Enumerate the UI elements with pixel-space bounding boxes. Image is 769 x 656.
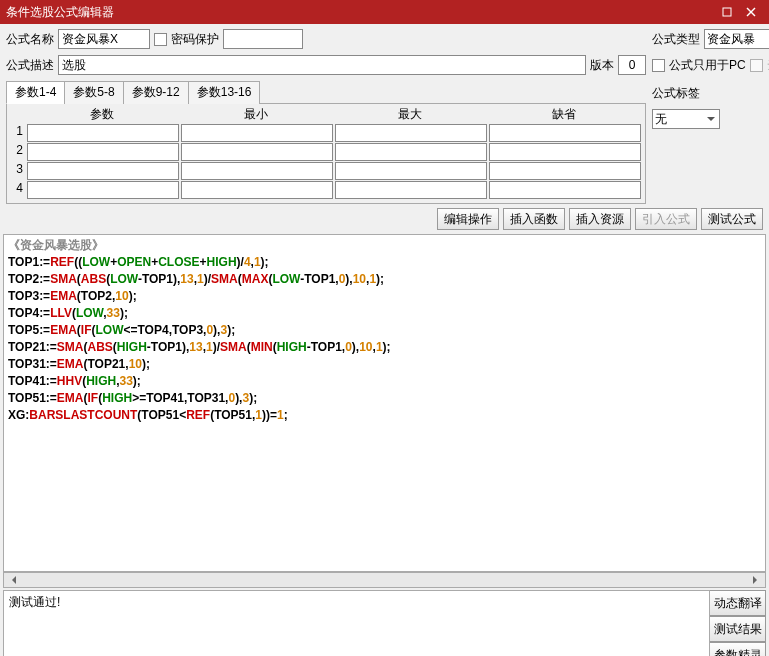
pc-only-label: 公式只用于PC [669,57,746,74]
param-cell[interactable] [181,181,333,199]
status-box: 测试通过! [3,590,710,656]
import-button[interactable]: 引入公式 [635,208,697,230]
param-cell[interactable] [335,124,487,142]
toolbar: 编辑操作 插入函数 插入资源 引入公式 测试公式 [0,206,769,234]
param-col-default: 缺省 [487,106,641,123]
param-col-min: 最小 [179,106,333,123]
pwd-checkbox[interactable] [154,33,167,46]
pwd-input[interactable] [223,29,303,49]
param-cell[interactable] [489,143,641,161]
tab-params-13-16[interactable]: 参数13-16 [188,81,261,104]
type-select[interactable]: 资金风暴 [704,29,769,49]
window-title: 条件选股公式编辑器 [6,4,715,21]
minimize-button[interactable] [715,3,739,21]
type-label: 公式类型 [652,31,700,48]
param-col-max: 最大 [333,106,487,123]
pwd-label: 密码保护 [171,31,219,48]
name-input[interactable] [58,29,150,49]
pc-only-checkbox[interactable] [652,59,665,72]
desc-input[interactable] [58,55,586,75]
version-input[interactable] [618,55,646,75]
side-btn-result[interactable]: 测试结果 [710,616,766,642]
horizontal-scrollbar[interactable] [3,572,766,588]
param-cell[interactable] [27,181,179,199]
name-label: 公式名称 [6,31,54,48]
edit-op-button[interactable]: 编辑操作 [437,208,499,230]
tag-select[interactable]: 无 [652,109,720,129]
form-area: 公式名称 密码保护 公式描述 版本 参数1-4 参数5-8 参数9-12 参数1… [0,24,769,206]
param-cell[interactable] [181,124,333,142]
param-tabs: 参数1-4 参数5-8 参数9-12 参数13-16 [6,80,646,104]
code-editor[interactable]: 《资金风暴选股》 TOP1:=REF((LOW+OPEN+CLOSE+HIGH)… [3,234,766,572]
param-cell[interactable] [27,124,179,142]
desc-label: 公式描述 [6,57,54,74]
close-button[interactable] [739,3,763,21]
param-col-param: 参数 [25,106,179,123]
param-table: 参数 最小 最大 缺省 1 2 3 4 [6,104,646,204]
side-btn-translate[interactable]: 动态翻译 [710,590,766,616]
svg-rect-0 [723,8,731,16]
cloud-checkbox[interactable] [750,59,763,72]
param-cell[interactable] [181,162,333,180]
tab-params-9-12[interactable]: 参数9-12 [123,81,189,104]
param-cell[interactable] [27,162,179,180]
test-button[interactable]: 测试公式 [701,208,763,230]
param-cell[interactable] [335,181,487,199]
param-cell[interactable] [27,143,179,161]
titlebar: 条件选股公式编辑器 [0,0,769,24]
param-cell[interactable] [489,124,641,142]
status-text: 测试通过! [9,595,60,609]
param-cell[interactable] [335,162,487,180]
param-cell[interactable] [335,143,487,161]
param-cell[interactable] [489,181,641,199]
tab-params-5-8[interactable]: 参数5-8 [64,81,123,104]
version-label: 版本 [590,57,614,74]
param-cell[interactable] [489,162,641,180]
insert-res-button[interactable]: 插入资源 [569,208,631,230]
side-btn-wizard[interactable]: 参数精灵 [710,642,766,656]
tag-label: 公式标签 [652,85,700,102]
insert-fn-button[interactable]: 插入函数 [503,208,565,230]
tab-params-1-4[interactable]: 参数1-4 [6,81,65,104]
param-cell[interactable] [181,143,333,161]
